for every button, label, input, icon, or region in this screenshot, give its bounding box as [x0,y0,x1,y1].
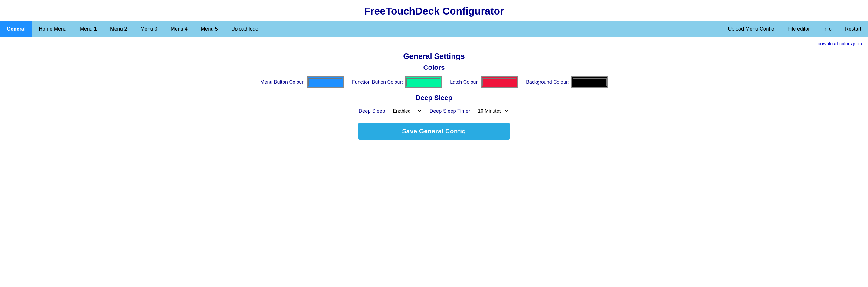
function-button-colour-label: Function Button Colour: [352,79,403,85]
menu-button-colour-label: Menu Button Colour: [260,79,305,85]
tab-info[interactable]: Info [816,22,838,37]
background-colour-item: Background Colour: [526,76,608,88]
deep-sleep-row: Deep Sleep: Enabled Disabled Deep Sleep … [0,107,868,115]
colors-row: Menu Button Colour: Function Button Colo… [0,76,868,88]
save-general-config-button[interactable]: Save General Config [358,123,510,140]
function-button-colour-swatch[interactable] [405,76,441,88]
background-colour-swatch[interactable] [571,76,608,88]
tab-restart[interactable]: Restart [838,22,868,37]
tab-menu1[interactable]: Menu 1 [73,22,103,37]
download-colors-link[interactable]: download colors.json [818,41,862,46]
colors-title: Colors [0,64,868,72]
deep-sleep-item: Deep Sleep: Enabled Disabled [359,107,422,115]
menu-button-colour-swatch[interactable] [307,76,343,88]
deep-sleep-timer-label: Deep Sleep Timer: [430,108,471,114]
function-button-colour-item: Function Button Colour: [352,76,441,88]
download-link-row: download colors.json [0,40,868,46]
general-settings-title: General Settings [0,52,868,61]
menu-button-colour-item: Menu Button Colour: [260,76,343,88]
tab-home-menu[interactable]: Home Menu [32,22,73,37]
tab-menu3[interactable]: Menu 3 [134,22,164,37]
content-area: download colors.json General Settings Co… [0,37,868,149]
tab-upload-logo[interactable]: Upload logo [224,22,265,37]
background-colour-label: Background Colour: [526,79,569,85]
tab-general[interactable]: General [0,22,32,37]
tab-menu4[interactable]: Menu 4 [164,22,194,37]
tab-menu5[interactable]: Menu 5 [194,22,224,37]
deep-sleep-section: Deep Sleep Deep Sleep: Enabled Disabled … [0,94,868,115]
deep-sleep-select[interactable]: Enabled Disabled [389,107,422,115]
save-btn-row: Save General Config [0,123,868,140]
deep-sleep-title: Deep Sleep [0,94,868,102]
nav-right: Upload Menu Config File editor Info Rest… [721,22,868,37]
deep-sleep-timer-select[interactable]: 1 Minute 5 Minutes 10 Minutes 15 Minutes… [474,107,509,115]
tab-menu2[interactable]: Menu 2 [103,22,134,37]
nav-bar: General Home Menu Menu 1 Menu 2 Menu 3 M… [0,21,868,37]
latch-colour-item: Latch Colour: [450,76,518,88]
nav-left: General Home Menu Menu 1 Menu 2 Menu 3 M… [0,22,721,37]
tab-file-editor[interactable]: File editor [781,22,816,37]
latch-colour-label: Latch Colour: [450,79,479,85]
deep-sleep-timer-item: Deep Sleep Timer: 1 Minute 5 Minutes 10 … [430,107,509,115]
page-title: FreeTouchDeck Configurator [0,0,868,21]
latch-colour-swatch[interactable] [481,76,518,88]
tab-upload-menu-config[interactable]: Upload Menu Config [721,22,781,37]
deep-sleep-label: Deep Sleep: [359,108,386,114]
